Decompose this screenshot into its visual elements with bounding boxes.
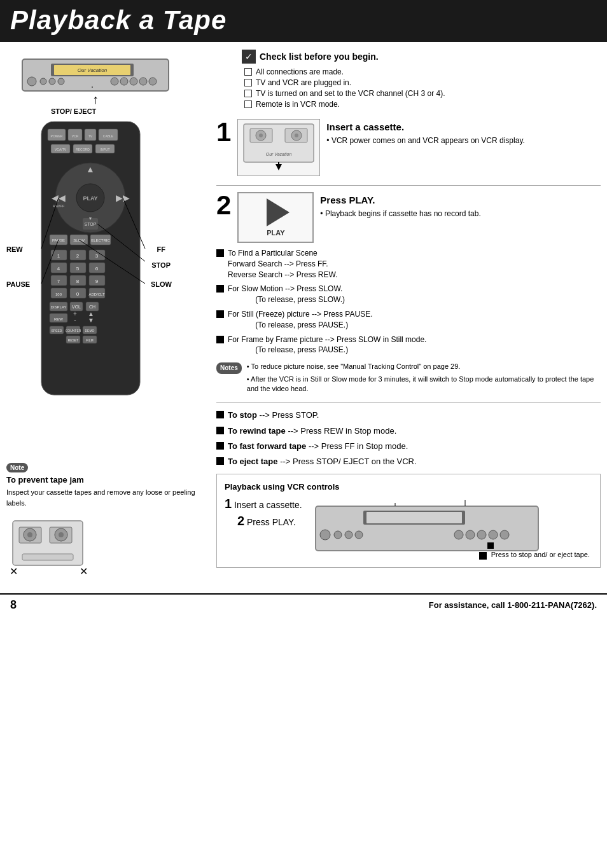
svg-point-4 [27,77,36,86]
svg-text:DISPLAY: DISPLAY [51,305,67,309]
svg-text:VCR: VCR [72,134,79,138]
svg-point-5 [40,78,46,85]
vcr-controls-title: Playback using VCR controls [225,482,592,492]
svg-text:VOL: VOL [72,305,81,309]
svg-text:9: 9 [95,279,99,284]
page-number: 8 [10,598,17,612]
right-column: ✓ Check list before you begin. All conne… [210,50,601,581]
bottom-text-1: To stop --> Press STOP. [228,410,319,421]
svg-point-7 [58,78,64,85]
checkbox-3 [244,90,252,97]
checklist-header: ✓ Check list before you begin. [242,50,601,64]
step1-row: 1 Our Vacation [216,119,601,176]
svg-point-123 [454,530,463,539]
svg-point-6 [49,78,55,85]
divider-1 [216,185,601,186]
ff-label: FF [157,245,165,253]
note-body: Inspect your cassette tapes and remove a… [6,487,204,508]
note-item-1: • To reduce picture noise, see "Manual T… [247,362,601,371]
svg-text:RESET: RESET [68,338,79,342]
svg-text:3: 3 [95,253,99,259]
svg-point-120 [334,531,342,539]
instr-item-2: For Slow Motion --> Press SLOW. (To rele… [216,284,601,305]
step2-desc: • Playback begins if cassette has no rec… [320,209,601,219]
svg-point-112 [295,134,298,137]
svg-text:PLAY: PLAY [83,195,97,202]
bottom-instr-2: To rewind tape --> Press REW in Stop mod… [216,425,601,437]
checklist-item-1: All connections are made. [244,67,601,76]
bullet-2 [216,285,224,293]
bottom-bullet-1 [216,411,224,418]
instructions-list: To Find a Particular SceneForward Search… [216,248,601,355]
note-heading: To prevent tape jam [6,475,204,485]
svg-text:✕: ✕ [80,566,88,577]
vcr-bottom-svg [312,497,554,557]
svg-text:COUNTER: COUNTER [66,329,81,333]
svg-text:RECORD: RECORD [76,148,90,151]
svg-text:VCA/TV: VCA/TV [55,148,67,151]
step2-row: 2 PLAY Press PLAY. • Playback begins if … [216,192,601,243]
vcr-bottom-device: Press to stop and/ or eject tape. [312,497,592,560]
svg-point-12 [149,78,157,85]
instr-item-3: For Still (Freeze) picture --> Press PAU… [216,309,601,331]
checklist-items: All connections are made. TV and VCR are… [244,67,601,109]
note-badge: Note [6,463,28,472]
svg-text:100: 100 [55,293,62,296]
svg-text:▲: ▲ [86,164,95,174]
step2-section: 2 PLAY Press PLAY. • Playback begins if … [216,192,601,394]
play-label: PLAY [267,229,284,237]
step1-section: 1 Our Vacation [216,119,601,176]
svg-text:ADD/CLT: ADD/CLT [88,293,105,296]
footer: 8 For assistance, call 1-800-211-PANA(72… [0,593,607,616]
stop-label: STOP [151,261,171,269]
svg-rect-130 [487,542,494,549]
svg-text:1: 1 [57,253,60,259]
svg-text:RW/FF: RW/FF [53,204,65,208]
svg-point-126 [489,530,498,539]
svg-text:SLOW: SLOW [73,238,85,242]
footer-assistance-text: For assistance, call 1-800-211-PANA(7262… [429,600,597,610]
svg-text:✕: ✕ [10,566,18,577]
note-item-2: • After the VCR is in Still or Slow mode… [247,375,601,394]
vcr-step1-label: 1 Insert a cassette. [225,497,302,511]
notes-badge: Notes [216,362,242,374]
page-header: Playback a Tape [0,0,607,42]
bottom-bullet-3 [216,442,224,450]
notes-section: Notes • To reduce picture noise, see "Ma… [216,362,601,394]
checkbox-1 [244,68,252,76]
svg-point-125 [477,530,486,539]
checklist-item-4: Remote is in VCR mode. [244,100,601,109]
remote-illustration: REW FF STOP PAUSE SLOW POWER VCR TV CABL… [6,121,185,442]
svg-text:2: 2 [76,253,80,259]
step2-text: Press PLAY. • Playback begins if cassett… [320,192,601,219]
play-triangle-icon [267,198,290,226]
vcr-controls-box: Playback using VCR controls 1 Insert a c… [216,474,601,568]
instr-item-4: For Frame by Frame picture --> Press SLO… [216,334,601,356]
checkbox-2 [244,79,252,86]
main-content: Our Vacation ↑ [0,50,607,581]
insert-arrow: ↑ [19,93,172,106]
stop-bullet [479,552,487,560]
svg-point-102 [59,532,64,537]
svg-rect-103 [22,554,73,560]
check-icon: ✓ [242,50,256,64]
svg-point-100 [27,532,32,537]
svg-text:CH: CH [89,305,95,309]
bottom-text-4: To eject tape --> Press STOP/ EJECT on t… [228,456,417,467]
bottom-bullet-4 [216,457,224,465]
divider-2 [216,403,601,403]
checkbox-4 [244,100,252,108]
notes-content: • To reduce picture noise, see "Manual T… [247,362,601,394]
left-note-section: Note To prevent tape jam Inspect your ca… [6,461,204,581]
svg-text:ELECTRIC: ELECTRIC [91,238,110,242]
step2-image: PLAY [237,192,314,243]
vcr-top-illustration: Our Vacation ↑ [6,50,204,115]
step2-heading: Press PLAY. [320,195,601,205]
checklist-item-2: TV and VCR are plugged in. [244,78,601,87]
instr-text-1: To Find a Particular SceneForward Search… [228,248,337,280]
svg-text:CABLE: CABLE [103,134,114,138]
step2-number: 2 [216,192,231,219]
svg-point-10 [130,78,137,85]
bottom-instructions: To stop --> Press STOP. To rewind tape -… [216,410,601,467]
vcr-top-svg: Our Vacation [19,50,172,94]
